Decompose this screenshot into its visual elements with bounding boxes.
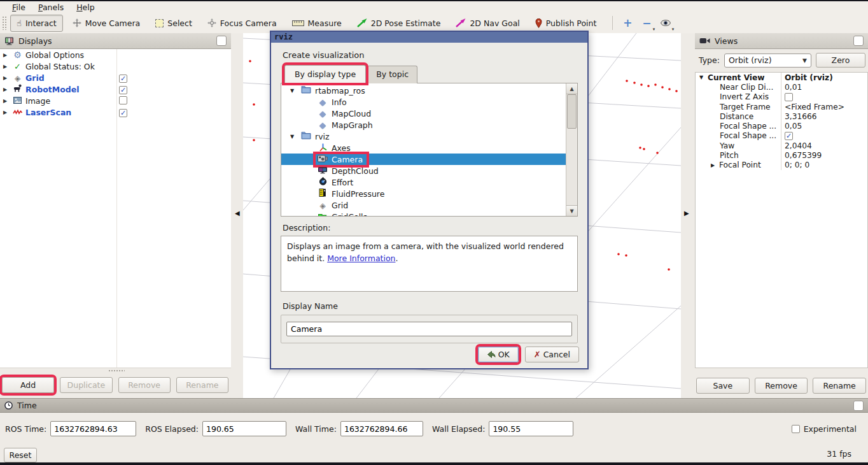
collapse-right-arrow-icon[interactable]: ▶ — [684, 210, 689, 217]
view-property-row[interactable]: Target Frame<Fixed Frame> — [696, 102, 867, 111]
tree-row-axes[interactable]: Axes — [281, 142, 566, 154]
dropdown-caret-icon[interactable]: ▾ — [672, 27, 675, 32]
view-property-row[interactable]: ▶Focal Point0; 0; 0 — [696, 161, 867, 170]
property-name: Yaw — [720, 141, 734, 150]
view-property-row[interactable]: Distance3,31666 — [696, 111, 867, 121]
splitter-handle[interactable] — [108, 369, 125, 373]
reset-button[interactable]: Reset — [4, 448, 37, 462]
dialog-titlebar[interactable]: rviz — [271, 32, 587, 43]
collapse-arrow-icon[interactable]: ▼ — [699, 75, 708, 80]
collapse-arrow-icon[interactable]: ▼ — [290, 134, 294, 140]
view-type-dropdown[interactable]: Orbit (rviz) ▼ — [724, 54, 811, 68]
fluid-icon — [319, 189, 326, 197]
display-name-input[interactable] — [286, 322, 572, 336]
tree-row-fluidpressure[interactable]: FluidPressure — [281, 188, 566, 199]
display-tree-row[interactable]: ▶⚙Global Options — [0, 49, 231, 61]
time-field-input[interactable] — [50, 421, 136, 436]
rename-view-button[interactable]: Rename — [813, 378, 866, 394]
expand-arrow-icon[interactable]: ▶ — [3, 75, 11, 81]
expand-arrow-icon[interactable]: ▶ — [3, 98, 11, 104]
tool-2d-nav-goal[interactable]: 2D Nav Goal — [450, 15, 525, 31]
view-property-row[interactable]: Invert Z Axis — [696, 92, 867, 102]
property-name: Focal Shape ... — [720, 122, 776, 131]
views-panel-dock-box[interactable] — [853, 36, 864, 46]
ok-button[interactable]: OK — [478, 347, 519, 362]
scrollbar-thumb[interactable] — [567, 94, 577, 129]
tool-interact[interactable]: ☝Interact — [10, 15, 63, 32]
tool-publish-point[interactable]: Publish Point — [529, 15, 603, 31]
property-checkbox[interactable] — [785, 93, 793, 101]
tool-focus-camera[interactable]: Focus Camera — [202, 15, 283, 31]
view-property-row[interactable]: Pitch0,675399 — [696, 150, 867, 160]
toolbar-drag-handle[interactable] — [2, 16, 6, 30]
tool-measure[interactable]: Measure — [286, 15, 347, 31]
folder-icon — [301, 131, 311, 140]
menu-item-file[interactable]: File — [6, 2, 31, 13]
property-checkbox[interactable]: ✓ — [785, 132, 793, 140]
collapse-left-arrow-icon[interactable]: ◀ — [235, 210, 240, 217]
display-enabled-checkbox[interactable]: ✓ — [119, 86, 127, 94]
tree-row-mapcloud[interactable]: ◆MapCloud — [281, 108, 566, 119]
toolbar-add-tool-button[interactable]: + — [619, 15, 636, 31]
tree-row-rtabmap_ros[interactable]: ▼rtabmap_ros — [281, 85, 566, 96]
tab-by-display-type[interactable]: By display type — [284, 65, 366, 83]
tree-row-camera[interactable]: Camera — [281, 154, 566, 165]
tree-item-label: Info — [332, 97, 347, 107]
views-panel-title: Views — [715, 36, 738, 46]
view-property-row[interactable]: Near Clip Di...0,01 — [696, 82, 867, 92]
display-enabled-checkbox[interactable]: ✓ — [119, 109, 127, 117]
expand-arrow-icon[interactable]: ▶ — [3, 87, 11, 92]
view-property-row[interactable]: ▼Current ViewOrbit (rviz) — [696, 73, 867, 82]
time-field-input[interactable] — [340, 421, 423, 436]
view-property-row[interactable]: Focal Shape ...0,05 — [696, 121, 867, 131]
display-enabled-checkbox[interactable]: ✓ — [119, 75, 127, 83]
menu-item-panels[interactable]: Panels — [32, 2, 69, 13]
tree-row-info[interactable]: ◆Info — [281, 96, 566, 108]
tree-row-grid[interactable]: ◈Grid — [281, 199, 566, 211]
displays-tree: ▶⚙Global Options▶✓Global Status: Ok▶◈Gri… — [0, 49, 231, 368]
toolbar-tool-visibility-button[interactable]: ▾ — [657, 15, 674, 31]
more-information-link[interactable]: More Information — [327, 254, 395, 263]
display-tree-row[interactable]: ▶✓Global Status: Ok — [0, 61, 231, 72]
add-tool-icon: + — [623, 18, 632, 29]
expand-arrow-icon[interactable]: ▶ — [3, 64, 11, 69]
scroll-up-icon[interactable]: ▲ — [566, 83, 577, 94]
save-view-button[interactable]: Save — [696, 378, 750, 394]
collapse-arrow-icon[interactable]: ▼ — [290, 88, 294, 94]
view-property-row[interactable]: Yaw2,0404 — [696, 141, 867, 150]
tab-by-topic[interactable]: By topic — [367, 66, 417, 83]
time-field-input[interactable] — [202, 421, 286, 436]
experimental-checkbox[interactable] — [792, 425, 800, 433]
view-type-label: Type: — [699, 55, 720, 65]
expand-arrow-icon[interactable]: ▶ — [3, 52, 11, 58]
tree-row-effort[interactable]: Effort — [281, 176, 566, 188]
tree-row-depthcloud[interactable]: DepthCloud — [281, 165, 566, 176]
tool-select[interactable]: Select — [150, 15, 198, 31]
tree-scrollbar[interactable]: ▲ ▼ — [566, 83, 577, 216]
time-panel-dock-box[interactable] — [853, 401, 864, 411]
tree-row-gridcells[interactable]: GridCells — [281, 211, 566, 217]
time-field-input[interactable] — [489, 421, 573, 436]
tree-row-mapgraph[interactable]: ◆MapGraph — [281, 119, 566, 131]
expand-arrow-icon[interactable]: ▶ — [711, 162, 719, 168]
display-tree-row[interactable]: ▶Image — [0, 95, 231, 106]
tree-row-rviz[interactable]: ▼rviz — [281, 131, 566, 142]
displays-panel-dock-box[interactable] — [216, 36, 227, 46]
dropdown-caret-icon[interactable]: ▾ — [653, 27, 655, 32]
add-button[interactable]: Add — [2, 377, 54, 393]
remove-view-button[interactable]: Remove — [755, 378, 808, 394]
display-tree-row[interactable]: ▶◈Grid✓ — [0, 72, 231, 83]
toolbar-remove-tool-button[interactable]: −▾ — [638, 15, 655, 31]
display-enabled-checkbox[interactable] — [119, 96, 127, 104]
menu-item-help[interactable]: Help — [71, 2, 101, 13]
view-property-row[interactable]: Focal Shape ...✓ — [696, 131, 867, 141]
tool-move-camera[interactable]: Move Camera — [67, 15, 146, 31]
zero-button[interactable]: Zero — [816, 53, 865, 68]
display-tree-row[interactable]: ▶LaserScan✓ — [0, 106, 231, 118]
tool-2d-pose-estimate[interactable]: 2D Pose Estimate — [351, 15, 447, 31]
display-tree-row[interactable]: ▶RobotModel✓ — [0, 83, 231, 95]
expand-arrow-icon[interactable]: ▶ — [3, 110, 11, 115]
cancel-button[interactable]: ✗ Cancel — [525, 347, 579, 362]
laser-icon — [13, 109, 23, 115]
scroll-down-icon[interactable]: ▼ — [566, 205, 577, 216]
